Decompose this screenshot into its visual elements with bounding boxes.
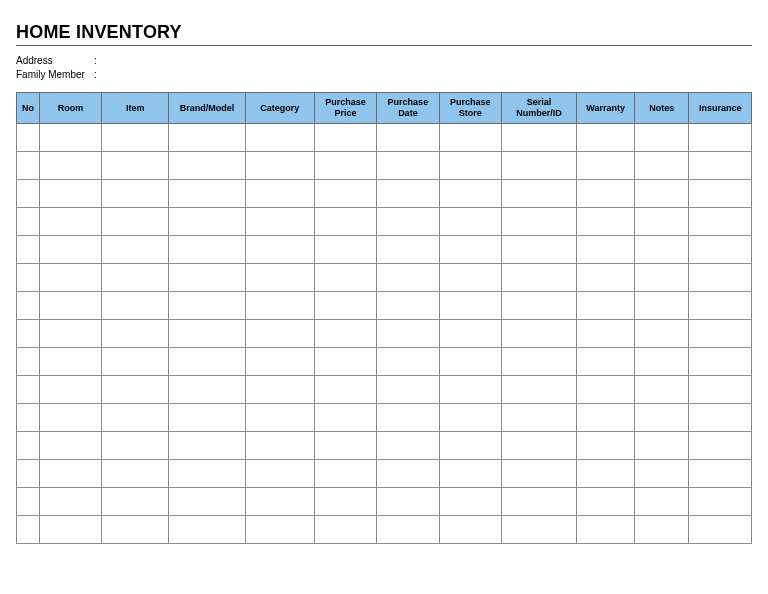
table-cell[interactable]	[102, 376, 169, 404]
table-cell[interactable]	[17, 208, 40, 236]
table-cell[interactable]	[39, 264, 101, 292]
table-cell[interactable]	[377, 404, 439, 432]
table-cell[interactable]	[377, 180, 439, 208]
table-cell[interactable]	[102, 432, 169, 460]
table-cell[interactable]	[168, 376, 245, 404]
table-cell[interactable]	[168, 208, 245, 236]
table-cell[interactable]	[577, 432, 635, 460]
table-cell[interactable]	[39, 516, 101, 544]
table-cell[interactable]	[168, 488, 245, 516]
table-cell[interactable]	[439, 292, 501, 320]
table-cell[interactable]	[102, 516, 169, 544]
table-cell[interactable]	[168, 404, 245, 432]
table-cell[interactable]	[577, 124, 635, 152]
table-cell[interactable]	[246, 152, 315, 180]
table-cell[interactable]	[168, 124, 245, 152]
table-cell[interactable]	[502, 152, 577, 180]
table-cell[interactable]	[102, 236, 169, 264]
table-cell[interactable]	[689, 264, 752, 292]
table-cell[interactable]	[577, 208, 635, 236]
table-cell[interactable]	[17, 180, 40, 208]
table-cell[interactable]	[39, 488, 101, 516]
table-cell[interactable]	[377, 208, 439, 236]
table-cell[interactable]	[502, 348, 577, 376]
table-cell[interactable]	[577, 320, 635, 348]
table-cell[interactable]	[246, 348, 315, 376]
table-cell[interactable]	[168, 292, 245, 320]
table-cell[interactable]	[502, 432, 577, 460]
table-cell[interactable]	[439, 460, 501, 488]
table-cell[interactable]	[439, 432, 501, 460]
table-cell[interactable]	[577, 264, 635, 292]
table-cell[interactable]	[246, 404, 315, 432]
table-cell[interactable]	[689, 488, 752, 516]
table-cell[interactable]	[577, 460, 635, 488]
table-cell[interactable]	[635, 320, 689, 348]
table-cell[interactable]	[168, 180, 245, 208]
table-cell[interactable]	[39, 432, 101, 460]
table-cell[interactable]	[439, 488, 501, 516]
table-cell[interactable]	[314, 292, 376, 320]
table-cell[interactable]	[39, 180, 101, 208]
table-cell[interactable]	[168, 320, 245, 348]
table-cell[interactable]	[635, 376, 689, 404]
table-cell[interactable]	[577, 488, 635, 516]
table-cell[interactable]	[635, 124, 689, 152]
table-cell[interactable]	[168, 460, 245, 488]
table-cell[interactable]	[377, 348, 439, 376]
table-cell[interactable]	[689, 124, 752, 152]
table-cell[interactable]	[635, 488, 689, 516]
table-cell[interactable]	[502, 236, 577, 264]
table-cell[interactable]	[17, 264, 40, 292]
table-cell[interactable]	[502, 376, 577, 404]
table-cell[interactable]	[502, 320, 577, 348]
table-cell[interactable]	[377, 152, 439, 180]
table-cell[interactable]	[502, 488, 577, 516]
table-cell[interactable]	[377, 236, 439, 264]
table-cell[interactable]	[39, 236, 101, 264]
table-cell[interactable]	[246, 320, 315, 348]
table-cell[interactable]	[377, 292, 439, 320]
table-cell[interactable]	[502, 124, 577, 152]
table-cell[interactable]	[17, 152, 40, 180]
table-cell[interactable]	[635, 516, 689, 544]
table-cell[interactable]	[439, 516, 501, 544]
table-cell[interactable]	[635, 460, 689, 488]
table-cell[interactable]	[17, 236, 40, 264]
table-cell[interactable]	[502, 208, 577, 236]
table-cell[interactable]	[377, 516, 439, 544]
table-cell[interactable]	[377, 376, 439, 404]
table-cell[interactable]	[102, 152, 169, 180]
table-cell[interactable]	[635, 432, 689, 460]
table-cell[interactable]	[314, 488, 376, 516]
table-cell[interactable]	[314, 404, 376, 432]
table-cell[interactable]	[314, 264, 376, 292]
table-cell[interactable]	[314, 376, 376, 404]
table-cell[interactable]	[635, 180, 689, 208]
table-cell[interactable]	[502, 292, 577, 320]
table-cell[interactable]	[102, 264, 169, 292]
table-cell[interactable]	[246, 236, 315, 264]
table-cell[interactable]	[689, 292, 752, 320]
table-cell[interactable]	[102, 292, 169, 320]
table-cell[interactable]	[439, 124, 501, 152]
table-cell[interactable]	[102, 460, 169, 488]
table-cell[interactable]	[17, 348, 40, 376]
table-cell[interactable]	[314, 236, 376, 264]
table-cell[interactable]	[377, 264, 439, 292]
table-cell[interactable]	[102, 320, 169, 348]
table-cell[interactable]	[246, 376, 315, 404]
table-cell[interactable]	[502, 264, 577, 292]
table-cell[interactable]	[102, 180, 169, 208]
table-cell[interactable]	[577, 152, 635, 180]
table-cell[interactable]	[577, 236, 635, 264]
table-cell[interactable]	[689, 404, 752, 432]
table-cell[interactable]	[17, 320, 40, 348]
table-cell[interactable]	[246, 208, 315, 236]
table-cell[interactable]	[439, 404, 501, 432]
table-cell[interactable]	[39, 376, 101, 404]
table-cell[interactable]	[635, 264, 689, 292]
table-cell[interactable]	[17, 432, 40, 460]
table-cell[interactable]	[314, 152, 376, 180]
table-cell[interactable]	[314, 124, 376, 152]
